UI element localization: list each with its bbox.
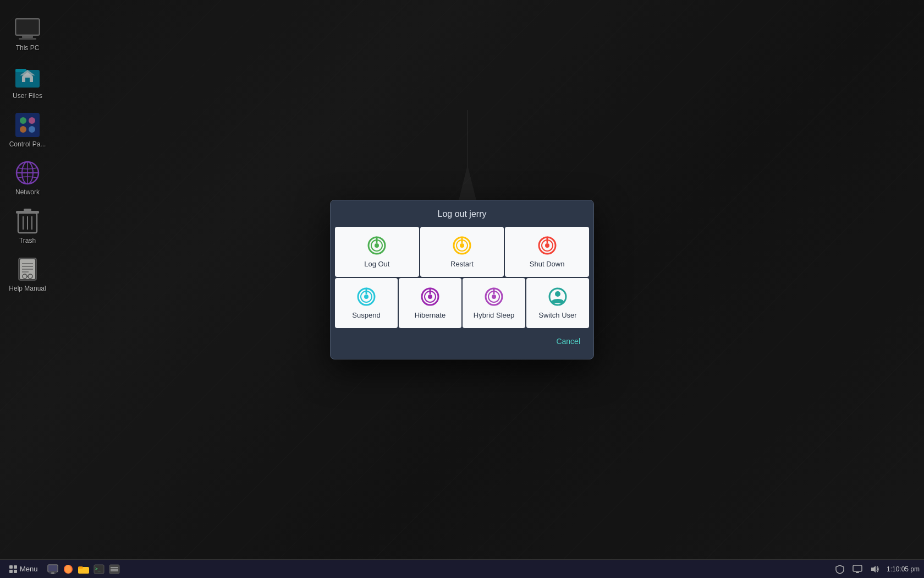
shut-down-button[interactable]: Shut Down: [505, 227, 589, 277]
switch-user-button[interactable]: Switch User: [526, 278, 589, 328]
switch-user-icon: [548, 287, 568, 307]
menu-grid-icon: [9, 565, 18, 574]
taskbar-menu-label: Menu: [20, 565, 38, 573]
cancel-button[interactable]: Cancel: [552, 335, 585, 348]
svg-text:>_: >_: [95, 566, 101, 571]
restart-button[interactable]: Restart: [420, 227, 504, 277]
taskbar-folder-icon[interactable]: [78, 563, 90, 575]
taskbar-monitor-icon[interactable]: [47, 563, 59, 575]
svg-rect-64: [9, 565, 13, 569]
log-out-button[interactable]: Log Out: [335, 227, 419, 277]
hibernate-icon: [420, 287, 440, 307]
svg-rect-82: [856, 572, 859, 573]
taskbar-terminal-icon[interactable]: >_: [93, 563, 105, 575]
taskbar-dots-icon[interactable]: [108, 563, 120, 575]
switch-user-label: Switch User: [538, 311, 576, 319]
log-out-icon: [367, 236, 387, 255]
taskbar-app-icons: >_: [47, 563, 120, 575]
svg-rect-67: [14, 570, 17, 573]
hybrid-sleep-icon: [484, 287, 504, 307]
dialog-row1: Log Out Restart: [335, 227, 589, 277]
dialog-footer: Cancel: [331, 328, 593, 350]
shut-down-icon: [537, 236, 557, 255]
suspend-icon: [356, 287, 376, 307]
dialog-title: Log out jerry: [331, 200, 593, 227]
hibernate-button[interactable]: Hibernate: [399, 278, 461, 328]
taskbar-clock: 1:10:05 pm: [887, 565, 920, 573]
svg-point-45: [460, 243, 464, 248]
taskbar-display-icon[interactable]: [851, 563, 864, 575]
dialog-overlay: Log out jerry Log Out: [0, 0, 924, 559]
svg-rect-66: [9, 570, 13, 573]
svg-point-57: [428, 295, 432, 299]
svg-point-61: [492, 295, 496, 299]
svg-rect-65: [14, 565, 17, 569]
svg-rect-81: [853, 565, 862, 571]
shut-down-label: Shut Down: [530, 260, 565, 268]
svg-point-49: [545, 243, 549, 248]
taskbar-firefox-icon[interactable]: [62, 563, 74, 575]
restart-icon: [452, 236, 472, 255]
log-out-label: Log Out: [364, 260, 389, 268]
dialog-row2: Suspend Hibernate: [335, 278, 589, 328]
svg-rect-70: [51, 572, 54, 574]
hybrid-sleep-button[interactable]: Hybrid Sleep: [463, 278, 525, 328]
svg-point-63: [555, 291, 560, 297]
svg-marker-83: [871, 566, 876, 572]
svg-rect-74: [78, 566, 83, 569]
svg-rect-69: [48, 565, 57, 571]
taskbar-menu-button[interactable]: Menu: [4, 564, 42, 575]
taskbar: Menu: [0, 559, 924, 578]
svg-point-53: [364, 295, 369, 299]
svg-point-41: [375, 243, 379, 248]
logout-dialog: Log out jerry Log Out: [330, 200, 594, 359]
taskbar-volume-icon[interactable]: [869, 563, 881, 575]
hybrid-sleep-label: Hybrid Sleep: [474, 311, 514, 319]
hibernate-label: Hibernate: [415, 311, 446, 319]
suspend-button[interactable]: Suspend: [335, 278, 398, 328]
svg-rect-71: [50, 574, 56, 574]
taskbar-shield-icon[interactable]: [834, 563, 846, 575]
desktop: This PC User Files: [0, 0, 924, 578]
taskbar-right-area: 1:10:05 pm: [834, 563, 920, 575]
suspend-label: Suspend: [352, 311, 380, 319]
restart-label: Restart: [450, 260, 474, 268]
